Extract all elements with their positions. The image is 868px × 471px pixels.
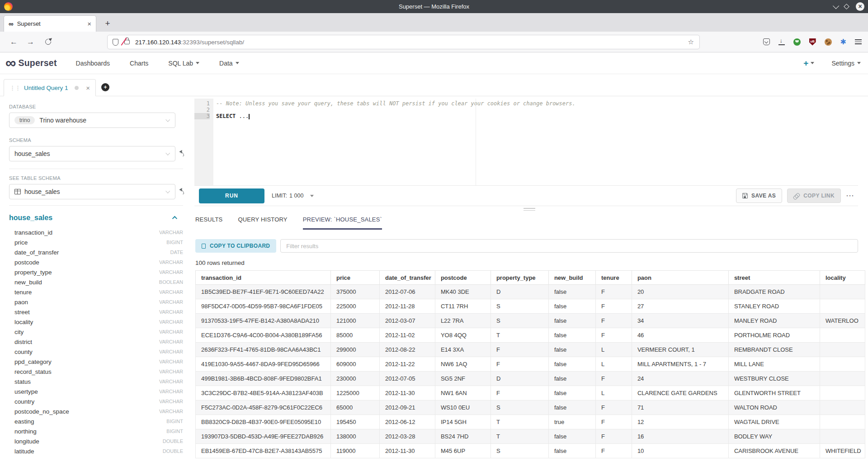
nav-item-sql-lab[interactable]: SQL Lab bbox=[168, 60, 199, 67]
new-tab-button[interactable]: + bbox=[101, 17, 114, 30]
filter-results-input[interactable] bbox=[280, 239, 858, 253]
table-row[interactable]: 499B1981-3B6B-4BCD-808F-9FED9802BFA12300… bbox=[196, 372, 865, 386]
column-row[interactable]: new_buildBOOLEAN bbox=[9, 277, 183, 287]
column-row[interactable]: transaction_idVARCHAR bbox=[9, 227, 183, 237]
column-row[interactable]: ppd_categoryVARCHAR bbox=[9, 357, 183, 367]
column-row[interactable]: tenureVARCHAR bbox=[9, 287, 183, 297]
column-type: VARCHAR bbox=[159, 269, 183, 275]
table-row[interactable]: 91370533-19F5-47FE-B142-A380A8ADA2101210… bbox=[196, 314, 865, 328]
query-tab-close-icon[interactable]: × bbox=[86, 85, 90, 91]
superset-brand[interactable]: ∞ Superset bbox=[5, 57, 57, 69]
nav-item-charts[interactable]: Charts bbox=[130, 60, 148, 67]
bookmark-star-icon[interactable]: ☆ bbox=[688, 38, 694, 46]
window-minimize-icon[interactable] bbox=[833, 2, 839, 9]
table-select[interactable]: house_sales bbox=[9, 184, 175, 199]
more-actions-button[interactable]: ⋯ bbox=[846, 191, 854, 201]
ublock-icon[interactable]: uB bbox=[809, 38, 816, 46]
result-tab-0[interactable]: RESULTS bbox=[195, 216, 222, 230]
column-header[interactable]: locality bbox=[820, 271, 865, 285]
table-row[interactable]: ECE1D376-C9A6-4C00-B004-A380B189FA568500… bbox=[196, 328, 865, 343]
column-row[interactable]: paonVARCHAR bbox=[9, 297, 183, 307]
column-row[interactable]: priceBIGINT bbox=[9, 237, 183, 247]
reload-icon[interactable] bbox=[44, 38, 52, 46]
column-row[interactable]: countryVARCHAR bbox=[9, 396, 183, 406]
nav-item-data[interactable]: Data bbox=[219, 60, 239, 67]
column-row[interactable]: usertypeVARCHAR bbox=[9, 386, 183, 396]
refresh-tables-icon[interactable] bbox=[179, 188, 185, 195]
column-row[interactable]: streetVARCHAR bbox=[9, 307, 183, 317]
column-row[interactable]: statusVARCHAR bbox=[9, 377, 183, 386]
query-tab-untitled[interactable]: ⋮⋮ Untitled Query 1 × bbox=[4, 79, 96, 96]
hamburger-menu-icon[interactable] bbox=[855, 39, 862, 44]
editor-code[interactable]: -- Note: Unless you save your query, the… bbox=[213, 99, 858, 185]
pane-resize-handle[interactable] bbox=[191, 206, 868, 212]
column-header[interactable]: tenure bbox=[595, 271, 632, 285]
window-maximize-icon[interactable] bbox=[844, 4, 849, 9]
schema-select[interactable]: house_sales bbox=[9, 146, 175, 161]
refresh-schemas-icon[interactable] bbox=[179, 151, 185, 157]
container-asterisk-icon[interactable]: ✱ bbox=[840, 38, 846, 46]
pocket-icon[interactable] bbox=[763, 38, 770, 45]
column-header[interactable]: street bbox=[728, 271, 820, 285]
save-as-button[interactable]: SAVE AS bbox=[736, 188, 782, 203]
database-select[interactable]: trino Trino warehouse bbox=[9, 113, 175, 128]
tracking-shield-icon[interactable] bbox=[113, 39, 118, 46]
column-row[interactable]: longitudeDOUBLE bbox=[9, 436, 183, 446]
column-header[interactable]: property_type bbox=[491, 271, 548, 285]
url-bar[interactable]: 217.160.120.143:32393/superset/sqllab/ ☆ bbox=[107, 35, 700, 49]
table-cell: 375000 bbox=[331, 285, 380, 299]
sql-editor[interactable]: 123 -- Note: Unless you save your query,… bbox=[194, 99, 858, 185]
add-query-tab-button[interactable]: + bbox=[101, 83, 109, 91]
nav-item-dashboards[interactable]: Dashboards bbox=[76, 60, 110, 67]
table-row[interactable]: 3C3C29DC-B7B2-4BE5-914A-A38123AF403B1225… bbox=[196, 386, 865, 400]
column-name: usertype bbox=[14, 388, 38, 395]
table-row[interactable]: 419E1030-9A55-4467-8DA9-9FED95D659666090… bbox=[196, 357, 865, 372]
column-header[interactable]: postcode bbox=[435, 271, 491, 285]
column-row[interactable]: eastingBIGINT bbox=[9, 416, 183, 426]
insecure-lock-icon[interactable] bbox=[124, 40, 130, 44]
column-row[interactable]: record_statusVARCHAR bbox=[9, 367, 183, 377]
copy-link-button[interactable]: COPY LINK bbox=[787, 188, 841, 203]
table-row[interactable]: 1B5C39ED-BE7F-41EF-9E71-9C60EED74A223750… bbox=[196, 285, 865, 299]
table-row[interactable]: BB8320C9-D82B-4B37-90E0-9FEE05095E101954… bbox=[196, 415, 865, 429]
column-row[interactable]: cityVARCHAR bbox=[9, 327, 183, 337]
table-name-heading[interactable]: house_sales bbox=[9, 214, 52, 222]
downloads-icon[interactable] bbox=[778, 38, 785, 45]
table-row[interactable]: F5C273AC-0D2A-458F-8279-9C61F0C22EC66500… bbox=[196, 400, 865, 415]
result-tab-1[interactable]: QUERY HISTORY bbox=[238, 216, 287, 230]
column-header[interactable]: transaction_id bbox=[196, 271, 331, 285]
table-row[interactable]: EB1459EB-67ED-47C8-B2E7-A38143AB55751190… bbox=[196, 444, 865, 458]
column-row[interactable]: postcode_no_spaceVARCHAR bbox=[9, 406, 183, 416]
table-row[interactable]: 2636F323-FF41-4765-81DB-98CAA6A43BC12990… bbox=[196, 343, 865, 357]
column-row[interactable]: districtVARCHAR bbox=[9, 337, 183, 347]
cookie-icon[interactable] bbox=[825, 38, 832, 46]
column-row[interactable]: postcodeVARCHAR bbox=[9, 257, 183, 267]
column-row[interactable]: northingBIGINT bbox=[9, 426, 183, 436]
table-cell: 65000 bbox=[331, 400, 380, 415]
column-header[interactable]: new_build bbox=[548, 271, 595, 285]
column-row[interactable]: date_of_transferDATE bbox=[9, 247, 183, 257]
table-row[interactable]: 193907D3-5DBD-453D-A49E-9FEE27DAB9261380… bbox=[196, 429, 865, 444]
collapse-chevron-up-icon[interactable] bbox=[172, 216, 177, 221]
result-tab-2[interactable]: PREVIEW: `HOUSE_SALES` bbox=[303, 216, 382, 230]
run-button[interactable]: RUN bbox=[199, 188, 264, 203]
column-row[interactable]: latitudeDOUBLE bbox=[9, 446, 183, 456]
settings-menu[interactable]: Settings bbox=[831, 60, 861, 67]
new-item-menu[interactable]: + bbox=[803, 59, 814, 67]
tab-close-icon[interactable]: × bbox=[87, 20, 91, 27]
table-row[interactable]: 98F5DC47-0D05-4D59-95B7-98CA6F1FDE052250… bbox=[196, 299, 865, 314]
forward-icon[interactable]: → bbox=[27, 38, 34, 47]
drag-grip-icon[interactable]: ⋮⋮ bbox=[9, 85, 20, 91]
column-row[interactable]: localityVARCHAR bbox=[9, 317, 183, 327]
privacy-mask-icon[interactable] bbox=[793, 38, 801, 46]
copy-to-clipboard-button[interactable]: COPY TO CLIPBOARD bbox=[195, 239, 276, 253]
column-row[interactable]: property_typeVARCHAR bbox=[9, 267, 183, 277]
column-row[interactable]: countyVARCHAR bbox=[9, 347, 183, 357]
browser-tab[interactable]: ∞ Superset × bbox=[4, 15, 96, 32]
column-header[interactable]: paon bbox=[632, 271, 728, 285]
limit-dropdown[interactable]: LIMIT: 1 000 bbox=[272, 193, 314, 199]
window-close-icon[interactable]: × bbox=[856, 2, 864, 11]
back-icon[interactable]: ← bbox=[10, 38, 18, 47]
column-header[interactable]: date_of_transfer bbox=[380, 271, 435, 285]
column-header[interactable]: price bbox=[331, 271, 380, 285]
